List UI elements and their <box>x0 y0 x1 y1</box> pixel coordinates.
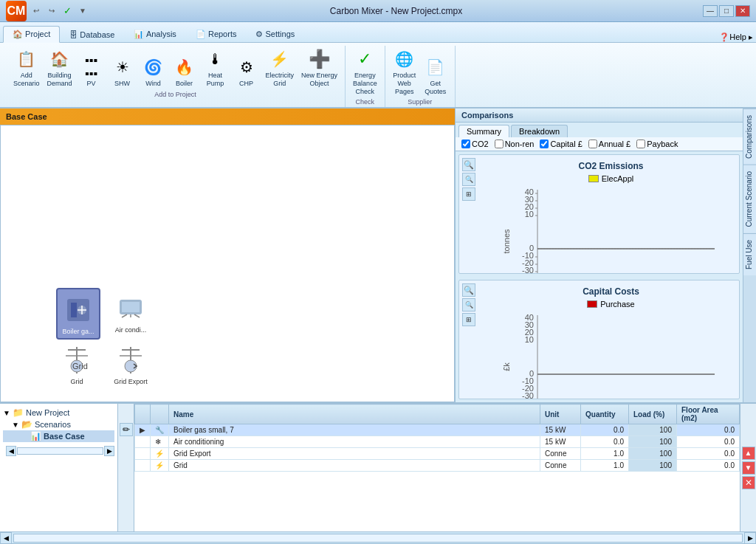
svg-line-9 <box>134 314 140 317</box>
checkbox-capital-e[interactable]: Capital £ <box>540 140 582 148</box>
co2-zoom-in[interactable]: 🔍 <box>462 158 475 171</box>
non-ren-checkbox[interactable] <box>495 140 504 148</box>
component-grid-export[interactable]: Grid Export <box>110 340 151 388</box>
tree-scrollbar[interactable] <box>17 447 103 455</box>
tab-database[interactable]: 🗄 Database <box>60 27 124 42</box>
close-button[interactable]: ✕ <box>735 5 750 17</box>
save-button[interactable]: ✓ <box>61 4 74 18</box>
undo-button[interactable]: ↩ <box>30 4 43 18</box>
minimize-button[interactable]: — <box>703 5 718 17</box>
tab-project[interactable]: 🏠 Project <box>3 26 60 43</box>
annual-e-checkbox[interactable] <box>588 140 597 148</box>
horizontal-scrollbar[interactable] <box>13 534 743 543</box>
co2-checkbox[interactable] <box>461 140 470 148</box>
co2-zoom-out[interactable]: 🔍 <box>462 173 475 186</box>
bottom-scrollbar: ◀ ▶ <box>0 531 756 543</box>
row-icon: ⚡ <box>151 460 169 472</box>
ribbon-shw[interactable]: ☀ SHW <box>108 54 137 89</box>
ribbon-electricity-grid[interactable]: ⚡ ElectricityGrid <box>263 46 298 89</box>
boiler-icon: 🔥 <box>173 55 196 79</box>
ribbon-get-quotes[interactable]: 📄 GetQuotes <box>421 54 450 97</box>
building-demand-label: BuildingDemand <box>47 72 72 88</box>
ribbon-boiler[interactable]: 🔥 Boiler <box>170 54 199 89</box>
tree-item-scenarios[interactable]: ▼ 📂 Scenarios <box>3 419 114 430</box>
table-row[interactable]: ⚡ Grid Conne 1.0 100 0.0 <box>135 460 740 472</box>
tree-item-base-case[interactable]: 📊 Base Case <box>3 430 114 442</box>
get-quotes-label: GetQuotes <box>425 80 446 96</box>
scroll-left-button[interactable]: ◀ <box>0 532 12 544</box>
component-air-conditioning[interactable]: Air condi... <box>110 288 151 337</box>
table-row[interactable]: ▶ 🔧 Boiler gas small, 7 15 kW 0.0 100 0.… <box>135 424 740 436</box>
payback-checkbox[interactable] <box>636 140 645 148</box>
capital-zoom-out[interactable]: 🔍 <box>462 298 475 311</box>
redo-button[interactable]: ↪ <box>45 4 58 18</box>
row-load: 100 <box>629 448 677 460</box>
checkbox-non-ren[interactable]: Non-ren <box>495 140 535 148</box>
tab-breakdown[interactable]: Breakdown <box>511 125 568 137</box>
wind-label: Wind <box>145 80 161 88</box>
row-floor-area: 0.0 <box>677 436 740 448</box>
edit-button[interactable]: ✏ <box>120 423 133 436</box>
table-row[interactable]: ⚡ Grid Export Conne 1.0 100 0.0 <box>135 448 740 460</box>
delete-button[interactable]: ✕ <box>742 476 755 489</box>
svg-text:-40: -40 <box>522 273 534 274</box>
grid-label: Grid <box>70 378 83 385</box>
svg-point-18 <box>125 360 137 372</box>
energy-balance-icon: ✓ <box>353 47 377 71</box>
table-row[interactable]: ❄ Air conditioning 15 kW 0.0 100 0.0 <box>135 436 740 448</box>
capital-e-checkbox[interactable] <box>540 140 549 148</box>
component-boiler-gas[interactable]: Boiler ga... <box>56 288 100 340</box>
tab-reports[interactable]: 📄 Reports <box>186 26 247 42</box>
ribbon-wind[interactable]: 🌀 Wind <box>139 54 168 89</box>
expand-scenarios[interactable]: ▼ <box>12 421 19 429</box>
maximize-button[interactable]: □ <box>719 5 734 17</box>
tree-scroll-controls: ◀ ▶ <box>3 445 114 457</box>
grid-export-icon <box>113 342 148 378</box>
new-project-icon: 📁 <box>13 407 24 418</box>
side-tab-fuel-use[interactable]: Fuel Use <box>743 233 756 275</box>
ribbon-building-demand[interactable]: 🏠 BuildingDemand <box>44 46 75 89</box>
capital-zoom-in[interactable]: 🔍 <box>462 283 475 297</box>
tab-summary[interactable]: Summary <box>458 125 509 137</box>
side-tab-comparisons[interactable]: Comparisons <box>743 109 756 165</box>
tree-item-new-project[interactable]: ▼ 📁 New Project <box>3 407 114 419</box>
tree-scroll-left[interactable]: ◀ <box>6 446 16 456</box>
boiler-gas-icon <box>61 292 96 328</box>
move-up-button[interactable]: ▲ <box>742 447 755 460</box>
row-floor-area: 0.0 <box>677 448 740 460</box>
add-scenario-label: AddScenario <box>13 72 40 88</box>
ribbon-heat-pump[interactable]: 🌡 HeatPump <box>201 46 230 89</box>
tab-settings[interactable]: ⚙ Settings <box>246 26 304 42</box>
co2-zoom-fit[interactable]: ⊞ <box>462 187 475 201</box>
help-tab[interactable]: ❓ Help ▸ <box>719 32 753 42</box>
ribbon-new-energy-object[interactable]: ➕ New EnergyObject <box>298 46 340 89</box>
scenario-canvas[interactable]: Boiler ga... Air condi... <box>0 125 455 402</box>
move-down-button[interactable]: ▼ <box>742 461 755 475</box>
shw-icon: ☀ <box>111 55 134 79</box>
table-header-row: Name Unit Quantity Load (%) Floor Area (… <box>135 404 740 424</box>
expand-new-project[interactable]: ▼ <box>3 409 10 417</box>
comparisons-tabs: Summary Breakdown <box>456 123 743 137</box>
ribbon-chp[interactable]: ⚙ CHP <box>232 54 261 89</box>
tree-scroll-right[interactable]: ▶ <box>104 446 114 456</box>
ribbon-energy-balance[interactable]: ✓ EnergyBalanceCheck <box>350 46 380 97</box>
grid-export-label: Grid Export <box>114 378 148 385</box>
component-grid[interactable]: Grid Grid <box>56 340 97 388</box>
col-load: Load (%) <box>629 404 677 424</box>
tab-analysis[interactable]: 📊 Analysis <box>124 26 185 42</box>
ribbon-product-web-pages[interactable]: 🌐 ProductWebPages <box>390 46 419 97</box>
ribbon-add-scenario[interactable]: 📋 AddScenario <box>10 46 43 89</box>
row-icon: 🔧 <box>151 424 169 436</box>
capital-chart-content: Capital Costs Purchase 40 30 20 <box>459 280 739 399</box>
scroll-right-button[interactable]: ▶ <box>744 532 756 544</box>
ribbon-pv[interactable]: ▪▪▪▪▪▪ PV <box>77 54 106 89</box>
side-tab-current-scenario[interactable]: Current Scenario <box>743 165 756 233</box>
row-icon: ⚡ <box>151 448 169 460</box>
capital-chart-title: Capital Costs <box>583 286 639 297</box>
customize-button[interactable]: ▼ <box>76 4 89 18</box>
checkbox-co2[interactable]: CO2 <box>461 140 489 148</box>
row-name: Grid <box>169 460 540 472</box>
checkbox-payback[interactable]: Payback <box>636 140 678 148</box>
checkbox-annual-e[interactable]: Annual £ <box>588 140 630 148</box>
capital-zoom-fit[interactable]: ⊞ <box>462 313 475 326</box>
